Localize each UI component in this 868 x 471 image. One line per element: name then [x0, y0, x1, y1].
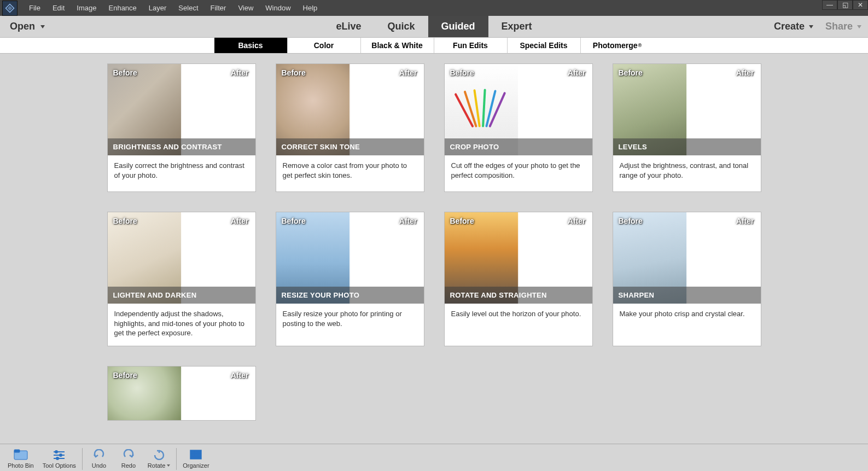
- organizer-icon: [189, 448, 202, 461]
- menu-layer[interactable]: Layer: [143, 4, 173, 12]
- menu-image[interactable]: Image: [71, 4, 102, 12]
- svg-marker-1: [8, 5, 13, 10]
- create-label: Create: [774, 21, 805, 32]
- card-title: LIGHTEN AND DARKEN: [108, 287, 255, 304]
- open-button[interactable]: Open: [10, 21, 45, 32]
- card-resize-photo[interactable]: Before After RESIZE YOUR PHOTO Easily re…: [276, 212, 424, 346]
- guided-content: Before After BRIGHTNESS AND CONTRAST Eas…: [0, 54, 868, 444]
- mode-bar: Open eLive Quick Guided Expert Create Sh…: [0, 16, 868, 38]
- card-description: Easily level out the horizon of your pho…: [445, 304, 592, 340]
- menu-bar: File Edit Image Enhance Layer Select Fil…: [0, 0, 868, 16]
- share-button[interactable]: Share: [825, 21, 861, 32]
- card-crop-photo[interactable]: Before After CROP PHOTO Cut off the edge…: [444, 63, 593, 192]
- card-preview: Before After SHARPEN: [613, 212, 761, 304]
- mode-tab-quick[interactable]: Quick: [374, 16, 428, 37]
- card-lighten-darken[interactable]: Before After LIGHTEN AND DARKEN Independ…: [107, 212, 256, 346]
- card-title: CORRECT SKIN TONE: [276, 138, 424, 155]
- mode-tab-elive[interactable]: eLive: [323, 16, 374, 37]
- card-brightness-contrast[interactable]: Before After BRIGHTNESS AND CONTRAST Eas…: [107, 63, 256, 192]
- registered-mark: ®: [638, 43, 642, 48]
- create-button[interactable]: Create: [774, 21, 813, 32]
- card-vignette[interactable]: Before After: [107, 366, 256, 421]
- card-description: Easily correct the brightness and contra…: [108, 155, 255, 191]
- card-preview: Before After BRIGHTNESS AND CONTRAST: [108, 64, 255, 155]
- before-label: Before: [450, 217, 474, 225]
- category-tab-black-white[interactable]: Black & White: [361, 38, 434, 53]
- right-actions: Create Share: [774, 21, 861, 32]
- category-tabs-bar: Basics Color Black & White Fun Edits Spe…: [0, 38, 868, 54]
- mode-tabs: eLive Quick Guided Expert: [323, 16, 545, 37]
- menu-filter[interactable]: Filter: [205, 4, 232, 12]
- separator: [82, 448, 83, 470]
- app-logo: [2, 1, 18, 16]
- close-button[interactable]: ✕: [853, 0, 868, 10]
- card-preview: Before After RESIZE YOUR PHOTO: [276, 212, 424, 304]
- before-label: Before: [113, 68, 137, 77]
- card-description: Remove a color cast from your photo to g…: [276, 155, 424, 191]
- minimize-button[interactable]: —: [822, 0, 837, 10]
- chevron-down-icon: [857, 25, 861, 28]
- category-tab-fun-edits[interactable]: Fun Edits: [434, 38, 508, 53]
- rotate-button[interactable]: Rotate: [143, 447, 174, 470]
- organizer-button[interactable]: Organizer: [178, 447, 213, 470]
- menu-view[interactable]: View: [232, 4, 259, 12]
- after-label: After: [399, 217, 417, 225]
- svg-point-9: [56, 457, 59, 460]
- after-label: After: [736, 68, 754, 77]
- mode-tab-expert[interactable]: Expert: [488, 16, 545, 37]
- before-label: Before: [282, 68, 306, 77]
- card-description: Easily resize your photo for printing or…: [276, 304, 424, 340]
- cards-grid: Before After BRIGHTNESS AND CONTRAST Eas…: [0, 63, 868, 421]
- mode-tab-guided[interactable]: Guided: [428, 16, 488, 37]
- card-description: Cut off the edges of your photo to get t…: [445, 155, 592, 191]
- redo-button[interactable]: Redo: [114, 447, 143, 470]
- share-label: Share: [825, 21, 853, 32]
- svg-rect-10: [190, 450, 201, 459]
- category-tab-basics[interactable]: Basics: [214, 38, 288, 53]
- after-label: After: [568, 68, 586, 77]
- menu-window[interactable]: Window: [259, 4, 296, 12]
- before-label: Before: [282, 217, 306, 225]
- tool-options-label: Tool Options: [43, 462, 76, 469]
- redo-label: Redo: [121, 462, 136, 469]
- card-preview: Before After LEVELS: [613, 64, 761, 155]
- before-label: Before: [619, 217, 643, 225]
- card-title: RESIZE YOUR PHOTO: [276, 287, 424, 304]
- bottom-toolbar: Photo Bin Tool Options Undo Redo Rotate …: [0, 444, 868, 471]
- undo-icon: [92, 448, 106, 461]
- after-label: After: [231, 68, 249, 77]
- menu-edit[interactable]: Edit: [46, 4, 71, 12]
- card-correct-skin-tone[interactable]: Before After CORRECT SKIN TONE Remove a …: [276, 63, 424, 192]
- card-sharpen[interactable]: Before After SHARPEN Make your photo cri…: [613, 212, 761, 346]
- undo-button[interactable]: Undo: [84, 447, 114, 470]
- menu-file[interactable]: File: [23, 4, 46, 12]
- card-levels[interactable]: Before After LEVELS Adjust the brightnes…: [613, 63, 761, 192]
- before-label: Before: [450, 68, 474, 77]
- menu-enhance[interactable]: Enhance: [103, 4, 143, 12]
- maximize-button[interactable]: ◱: [837, 0, 853, 10]
- before-label: Before: [113, 217, 137, 225]
- card-preview: Before After CORRECT SKIN TONE: [276, 64, 424, 155]
- tool-options-button[interactable]: Tool Options: [38, 447, 80, 470]
- card-description: Independently adjust the shadows, highli…: [108, 304, 255, 346]
- category-tab-special-edits[interactable]: Special Edits: [508, 38, 581, 53]
- photo-bin-button[interactable]: Photo Bin: [3, 447, 38, 470]
- card-rotate-straighten[interactable]: Before After ROTATE AND STRAIGHTEN Easil…: [444, 212, 593, 346]
- chevron-down-icon: [167, 464, 170, 467]
- card-preview: Before After: [108, 367, 255, 420]
- menu-help[interactable]: Help: [297, 4, 324, 12]
- card-description: Adjust the brightness, contrast, and ton…: [613, 155, 761, 191]
- photomerge-label: Photomerge: [593, 41, 638, 50]
- before-label: Before: [113, 371, 137, 380]
- rotate-label: Rotate: [148, 462, 165, 469]
- rotate-icon: [153, 448, 166, 461]
- menu-select[interactable]: Select: [172, 4, 204, 12]
- organizer-label: Organizer: [183, 462, 209, 469]
- category-tab-color[interactable]: Color: [288, 38, 361, 53]
- card-preview: Before After LIGHTEN AND DARKEN: [108, 212, 255, 304]
- after-label: After: [231, 371, 249, 380]
- before-label: Before: [619, 68, 643, 77]
- svg-rect-3: [14, 450, 20, 452]
- category-tab-photomerge[interactable]: Photomerge®: [581, 38, 654, 53]
- window-controls: — ◱ ✕: [822, 0, 868, 10]
